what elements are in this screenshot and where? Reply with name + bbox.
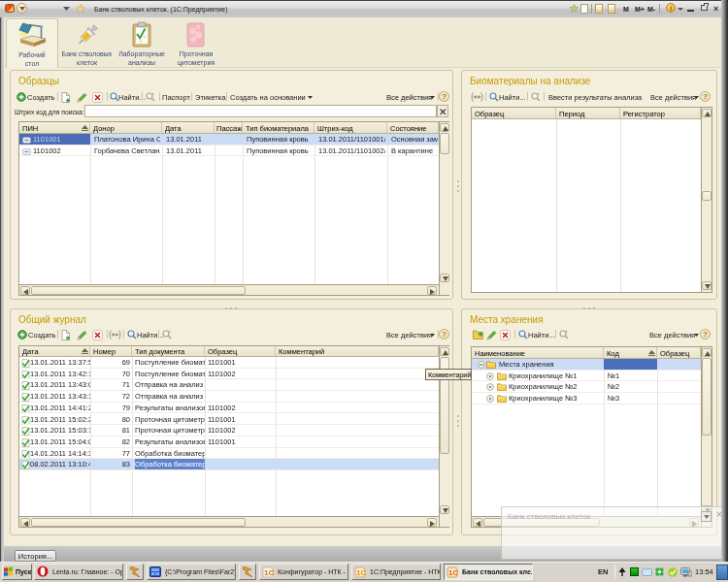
svg-text:1С: 1С xyxy=(448,568,458,577)
svg-text:1С: 1С xyxy=(264,568,274,577)
svg-text:1С: 1С xyxy=(356,568,366,577)
